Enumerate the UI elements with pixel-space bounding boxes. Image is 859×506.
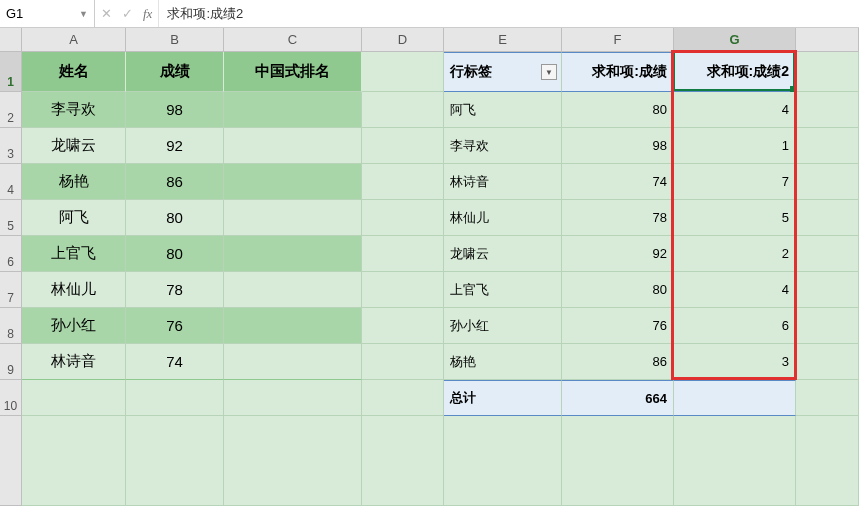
cell-D6[interactable] <box>362 236 444 272</box>
cell-A4[interactable]: 杨艳 <box>22 164 126 200</box>
cell-A7[interactable]: 林仙儿 <box>22 272 126 308</box>
cell-B4[interactable]: 86 <box>126 164 224 200</box>
select-all-corner[interactable] <box>0 28 22 52</box>
cell-B10[interactable] <box>126 380 224 416</box>
cell-C6[interactable] <box>224 236 362 272</box>
cell-extra-9[interactable] <box>796 344 859 380</box>
cell-C10[interactable] <box>224 380 362 416</box>
cell-C2[interactable] <box>224 92 362 128</box>
cell-A6[interactable]: 上官飞 <box>22 236 126 272</box>
cell-extra-3[interactable] <box>796 128 859 164</box>
row-header-1[interactable]: 1 <box>0 52 21 92</box>
cell-G10[interactable] <box>674 380 796 416</box>
cell-B-extra[interactable] <box>126 416 224 506</box>
cell-E8[interactable]: 孙小红 <box>444 308 562 344</box>
row-header-6[interactable]: 6 <box>0 236 21 272</box>
cell-D8[interactable] <box>362 308 444 344</box>
cell-B5[interactable]: 80 <box>126 200 224 236</box>
cell-B1[interactable]: 成绩 <box>126 52 224 92</box>
chevron-down-icon[interactable]: ▼ <box>541 64 557 80</box>
cell-extra-7[interactable] <box>796 272 859 308</box>
cell-extra-2[interactable] <box>796 92 859 128</box>
row-header-7[interactable]: 7 <box>0 272 21 308</box>
cancel-icon[interactable]: ✕ <box>101 6 112 21</box>
column-header-extra[interactable] <box>796 28 859 51</box>
cell-D5[interactable] <box>362 200 444 236</box>
cell-B8[interactable]: 76 <box>126 308 224 344</box>
column-header-C[interactable]: C <box>224 28 362 51</box>
cell-E5[interactable]: 林仙儿 <box>444 200 562 236</box>
cell-G4[interactable]: 7 <box>674 164 796 200</box>
cell-F3[interactable]: 98 <box>562 128 674 164</box>
cell-extra-4[interactable] <box>796 164 859 200</box>
fx-icon[interactable]: fx <box>143 6 152 22</box>
cell-extra-8[interactable] <box>796 308 859 344</box>
cell-E6[interactable]: 龙啸云 <box>444 236 562 272</box>
chevron-down-icon[interactable]: ▼ <box>79 9 88 19</box>
cell-F1[interactable]: 求和项:成绩 <box>562 52 674 92</box>
cell-G3[interactable]: 1 <box>674 128 796 164</box>
cell-G2[interactable]: 4 <box>674 92 796 128</box>
cell-D1[interactable] <box>362 52 444 92</box>
column-header-G[interactable]: G <box>674 28 796 51</box>
cell-D-extra[interactable] <box>362 416 444 506</box>
cell-B6[interactable]: 80 <box>126 236 224 272</box>
cell-C1[interactable]: 中国式排名 <box>224 52 362 92</box>
cell-E10[interactable]: 总计 <box>444 380 562 416</box>
cell-grid[interactable]: 姓名成绩中国式排名行标签▼求和项:成绩求和项:成绩2李寻欢98阿飞804龙啸云9… <box>22 52 859 506</box>
row-header-10[interactable]: 10 <box>0 380 21 416</box>
cell-A8[interactable]: 孙小红 <box>22 308 126 344</box>
cell-D2[interactable] <box>362 92 444 128</box>
cell-E9[interactable]: 杨艳 <box>444 344 562 380</box>
column-header-B[interactable]: B <box>126 28 224 51</box>
cell-G6[interactable]: 2 <box>674 236 796 272</box>
column-header-A[interactable]: A <box>22 28 126 51</box>
cell-F4[interactable]: 74 <box>562 164 674 200</box>
cell-F10[interactable]: 664 <box>562 380 674 416</box>
cell-C4[interactable] <box>224 164 362 200</box>
cell-C3[interactable] <box>224 128 362 164</box>
cell-D10[interactable] <box>362 380 444 416</box>
row-header-3[interactable]: 3 <box>0 128 21 164</box>
cell-F7[interactable]: 80 <box>562 272 674 308</box>
cell-A10[interactable] <box>22 380 126 416</box>
cell-B9[interactable]: 74 <box>126 344 224 380</box>
cell-F6[interactable]: 92 <box>562 236 674 272</box>
cell-A1[interactable]: 姓名 <box>22 52 126 92</box>
cell-G1[interactable]: 求和项:成绩2 <box>674 52 796 92</box>
cell-B7[interactable]: 78 <box>126 272 224 308</box>
cell-F8[interactable]: 76 <box>562 308 674 344</box>
cell-extra-5[interactable] <box>796 200 859 236</box>
cell-E7[interactable]: 上官飞 <box>444 272 562 308</box>
column-header-E[interactable]: E <box>444 28 562 51</box>
name-box[interactable]: G1 ▼ <box>0 0 95 27</box>
cell-C-extra[interactable] <box>224 416 362 506</box>
cell-G9[interactable]: 3 <box>674 344 796 380</box>
cell-D9[interactable] <box>362 344 444 380</box>
row-header-4[interactable]: 4 <box>0 164 21 200</box>
cell-E3[interactable]: 李寻欢 <box>444 128 562 164</box>
cell-extra-6[interactable] <box>796 236 859 272</box>
cell-E1[interactable]: 行标签▼ <box>444 52 562 92</box>
cell-A3[interactable]: 龙啸云 <box>22 128 126 164</box>
cell-A9[interactable]: 林诗音 <box>22 344 126 380</box>
cell-F5[interactable]: 78 <box>562 200 674 236</box>
cell-D7[interactable] <box>362 272 444 308</box>
row-header-9[interactable]: 9 <box>0 344 21 380</box>
cell-G5[interactable]: 5 <box>674 200 796 236</box>
cell-A-extra[interactable] <box>22 416 126 506</box>
cell-G8[interactable]: 6 <box>674 308 796 344</box>
cell-F2[interactable]: 80 <box>562 92 674 128</box>
cell-C9[interactable] <box>224 344 362 380</box>
row-header-8[interactable]: 8 <box>0 308 21 344</box>
formula-input[interactable]: 求和项:成绩2 <box>159 5 859 23</box>
confirm-icon[interactable]: ✓ <box>122 6 133 21</box>
cell-A2[interactable]: 李寻欢 <box>22 92 126 128</box>
cell-D3[interactable] <box>362 128 444 164</box>
cell-F-extra[interactable] <box>562 416 674 506</box>
cell-D4[interactable] <box>362 164 444 200</box>
row-header-extra[interactable] <box>0 416 21 506</box>
cell-F9[interactable]: 86 <box>562 344 674 380</box>
cell-extra-1[interactable] <box>796 52 859 92</box>
cell-A5[interactable]: 阿飞 <box>22 200 126 236</box>
